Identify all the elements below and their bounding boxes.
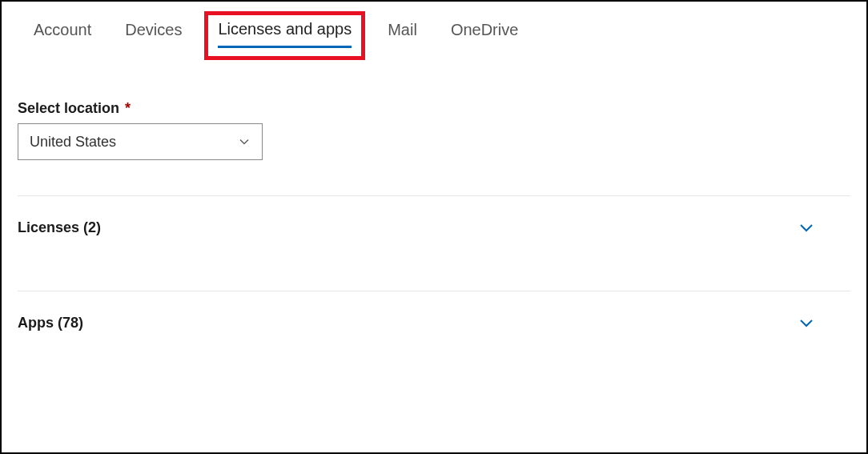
tab-account[interactable]: Account xyxy=(22,16,102,49)
tab-highlight-box: Licenses and apps xyxy=(204,11,365,60)
chevron-down-icon xyxy=(798,314,815,331)
apps-section-title: Apps (78) xyxy=(18,315,83,331)
chevron-down-icon xyxy=(798,219,815,236)
tab-mail[interactable]: Mail xyxy=(376,16,428,49)
apps-count: (78) xyxy=(58,315,83,331)
apps-section-header[interactable]: Apps (78) xyxy=(18,291,850,354)
required-marker: * xyxy=(125,100,131,116)
tab-bar: Account Devices Licenses and apps Mail O… xyxy=(2,2,866,60)
licenses-count: (2) xyxy=(83,219,101,235)
apps-label: Apps xyxy=(18,315,54,331)
select-location-label: Select location * xyxy=(18,100,850,117)
tab-licenses-and-apps[interactable]: Licenses and apps xyxy=(218,18,352,45)
chevron-down-icon xyxy=(238,135,251,148)
licenses-label: Licenses xyxy=(18,219,79,235)
tab-devices[interactable]: Devices xyxy=(114,16,193,49)
licenses-section-title: Licenses (2) xyxy=(18,219,101,236)
content-area: Select location * United States Licenses… xyxy=(2,60,866,354)
licenses-section-header[interactable]: Licenses (2) xyxy=(18,196,850,259)
tab-onedrive[interactable]: OneDrive xyxy=(440,16,529,49)
location-select[interactable]: United States xyxy=(18,123,263,160)
location-select-value: United States xyxy=(30,134,116,151)
select-location-label-text: Select location xyxy=(18,100,119,116)
